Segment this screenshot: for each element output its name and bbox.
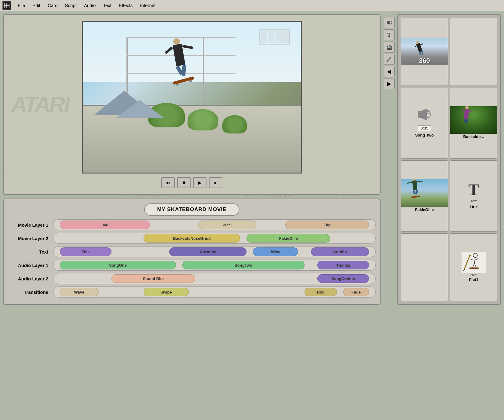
clip-song-one[interactable]: SongOne [60,261,176,269]
menu-text[interactable]: Text [100,2,115,9]
thumb-cell-audio[interactable]: 0:35 Song Two [401,88,448,159]
video-frame[interactable] [82,21,302,173]
rewind-button[interactable]: ⏮ [161,177,175,188]
clip-pict1[interactable]: Pict1 [198,221,256,229]
thumb-cell-empty1[interactable] [450,18,497,86]
timeline-row-movie2: Movie Layer 2 BacksideNoseGrind FakieOll… [8,233,376,244]
row-track-audio1: SongOne SongTwo Thanks [53,260,376,271]
row-track-text: Title Awsome Wow Credits [53,246,376,257]
main-content: ATARI [0,11,504,308]
paint-label: Pict1 [468,277,480,283]
thumb-360-number: 360 [419,57,430,65]
tool-sound[interactable] [384,17,395,28]
audio-label: Song Two [414,132,435,138]
menu-script[interactable]: Script [62,2,80,9]
left-panel: ATARI [3,14,381,305]
timeline-row-movie1: Movie Layer 1 360 Pict1 Flip [8,219,376,230]
big-t-icon: T [468,182,479,198]
fast-forward-button[interactable]: ⏭ [209,177,222,188]
row-track-movie2: BacksideNoseGrind FakieOllie [53,233,376,244]
menu-card[interactable]: Card [45,2,61,9]
row-track-movie1: 360 Pict1 Flip [53,219,376,230]
audio-thumb-content: 0:35 Song Two [411,105,438,141]
row-label-movie2: Movie Layer 2 [8,236,51,241]
app-logo [2,1,11,10]
video-area: ATARI [3,14,381,195]
menu-effects[interactable]: Effects [116,2,136,9]
text-sublabel: Text [470,199,477,203]
menu-edit[interactable]: Edit [29,2,43,9]
paint-icon [462,252,486,273]
timeline-row-transitions: Transitions Wave Swipe Roll Fade [8,287,376,298]
audio-time: 0:35 [418,125,431,131]
movie-title: MY SKATEBOARD MOVIE [144,203,239,216]
clip-thanks[interactable]: Thanks [317,261,369,269]
clip-fakie-ollie[interactable]: FakieOllie [247,234,330,243]
tool-pencil[interactable] [384,54,395,65]
movie-title-bar: MY SKATEBOARD MOVIE [8,203,376,216]
thumb-cell-pict1[interactable]: Paint Pict1 [450,233,497,301]
thumb-cell-fakie[interactable]: FakieOllie [401,160,448,232]
thumb-cell-backside[interactable]: Backside... [450,88,497,159]
menu-audio[interactable]: Audio [81,2,99,9]
row-label-movie1: Movie Layer 1 [8,222,51,228]
timeline-row-audio2: Audio Layer 2 Sound Bite SongCredits [8,273,376,284]
svg-rect-13 [462,252,486,273]
thumb-cell-title[interactable]: T Text Title [450,160,497,232]
menu-bar: File Edit Card Script Audio Text Effects… [0,0,504,11]
tool-next[interactable]: ▶ [384,78,395,89]
text-thumb-content: T Text Title [465,179,482,213]
thumbnails-grid: 360 0:35 S [397,14,501,305]
stop-button[interactable]: ⏹ [177,177,191,188]
atari-logo: ATARI [11,92,69,117]
menu-file[interactable]: File [15,2,28,9]
backside-label: Backside... [462,134,485,140]
clip-song-credits[interactable]: SongCredits [317,274,369,283]
svg-marker-3 [387,20,390,25]
svg-line-4 [391,21,392,22]
clip-title[interactable]: Title [60,247,111,256]
clip-awsome[interactable]: Awsome [169,247,247,256]
row-label-audio2: Audio Layer 2 [8,276,51,281]
tool-text[interactable]: T [384,29,395,40]
clip-credits[interactable]: Credits [311,247,369,256]
thumb-cell-360[interactable]: 360 [401,18,448,86]
video-controls: ⏮ ⏹ ▶ ⏭ [161,177,222,188]
thumb-cell-empty2[interactable] [401,233,448,301]
timeline-area: MY SKATEBOARD MOVIE Movie Layer 1 360 Pi… [3,199,381,305]
row-label-audio1: Audio Layer 1 [8,263,51,268]
svg-rect-20 [469,268,479,269]
timeline-row-audio1: Audio Layer 1 SongOne SongTwo Thanks [8,260,376,271]
row-track-audio2: Sound Bite SongCredits [53,273,376,284]
clip-backside-nose[interactable]: BacksideNoseGrind [144,234,240,243]
svg-line-5 [391,23,392,24]
row-track-transitions: Wave Swipe Roll Fade [53,287,376,298]
tool-movie[interactable]: 🎬 [384,42,395,53]
clip-roll[interactable]: Roll [305,288,337,296]
fakie-label: FakieOllie [414,207,435,213]
svg-line-6 [387,58,391,61]
row-label-text: Text [8,249,51,254]
clip-flip[interactable]: Flip [285,221,369,229]
clip-song-two[interactable]: SongTwo [182,261,305,269]
tools-panel: T 🎬 ◀ ▶ [384,14,395,305]
clip-sound-bite[interactable]: Sound Bite [111,274,195,283]
tool-prev[interactable]: ◀ [384,66,395,77]
row-label-transitions: Transitions [8,290,51,295]
play-button[interactable]: ▶ [193,177,206,188]
clip-fade[interactable]: Fade [343,288,369,296]
clip-wow[interactable]: Wow [253,247,298,256]
clip-360[interactable]: 360 [60,221,150,229]
clip-swipe[interactable]: Swipe [144,288,189,296]
timeline-row-text: Text Title Awsome Wow Credits [8,246,376,257]
paint-thumb-content: Paint Pict1 [459,249,488,285]
menu-internet[interactable]: Internet [137,2,159,9]
svg-marker-9 [418,111,422,118]
clip-wave[interactable]: Wave [60,288,98,296]
paint-sublabel: Paint [470,273,477,277]
thumb-img-360: 360 [401,38,448,65]
right-section: T 🎬 ◀ ▶ [384,14,501,305]
text-title-label: Title [468,204,479,210]
audio-icon [417,108,432,124]
